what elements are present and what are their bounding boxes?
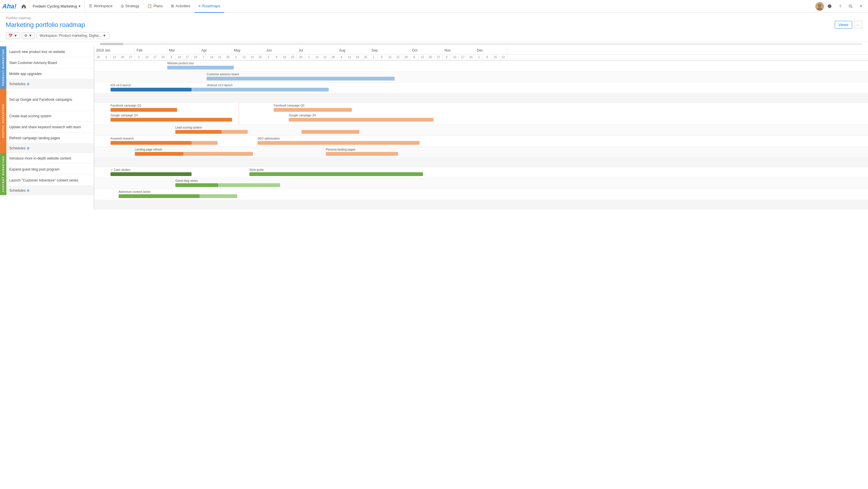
week-au11: 11 bbox=[345, 54, 353, 60]
bar-lead-label: Lead scoring system bbox=[175, 126, 202, 129]
bar-guest-dark[interactable] bbox=[175, 183, 218, 187]
scroll-thumb[interactable] bbox=[100, 43, 123, 45]
home-btn[interactable] bbox=[19, 0, 29, 13]
bar-style[interactable] bbox=[249, 172, 423, 176]
bar-seo[interactable] bbox=[257, 141, 420, 145]
week-a14: 14 bbox=[208, 54, 216, 60]
search-btn[interactable] bbox=[846, 2, 855, 11]
nav-item-workspace[interactable]: ☰ Workspace bbox=[85, 0, 117, 13]
bar-landing-light[interactable] bbox=[183, 152, 253, 156]
digital-tab[interactable]: DIGITAL MARKETING bbox=[0, 89, 6, 153]
week-d22: 22 bbox=[499, 54, 507, 60]
views-button[interactable]: Views bbox=[835, 21, 852, 29]
bar-website-tour[interactable] bbox=[167, 66, 234, 69]
bar-adventure-light[interactable] bbox=[199, 194, 237, 198]
bar-google-2h[interactable] bbox=[289, 118, 433, 122]
breadcrumb: Portfolio roadmap bbox=[6, 16, 862, 20]
header-actions: Views ··· bbox=[835, 21, 862, 29]
digital-schedules-plus-icon: ⊕ bbox=[27, 146, 30, 150]
product-tab[interactable]: PRODUCT MARKETING bbox=[0, 46, 6, 89]
week-f24: 24 bbox=[159, 54, 167, 60]
bar-cab-label: Customer advisory board bbox=[207, 73, 239, 76]
scroll-track[interactable] bbox=[100, 43, 862, 45]
workspace-selector[interactable]: Workspace: Product marketing, Digital...… bbox=[36, 32, 110, 39]
calendar-btn[interactable]: 📅 ▼ bbox=[6, 32, 20, 39]
bar-google-1h[interactable] bbox=[111, 118, 232, 122]
week-20: 20 bbox=[119, 54, 127, 60]
bar-landing-dark[interactable] bbox=[135, 152, 183, 156]
logo[interactable]: Aha! bbox=[2, 3, 17, 10]
month-dec: Dec bbox=[475, 46, 507, 54]
today-line-1 bbox=[239, 103, 239, 124]
gantt-digital-row-2: Keyword research SEO optimization bbox=[94, 136, 868, 147]
nav-item-activities[interactable]: ⊞ Activities bbox=[167, 0, 194, 13]
add-btn[interactable]: + bbox=[857, 2, 866, 11]
content-tab[interactable]: CONTENT MARKETING bbox=[0, 153, 6, 195]
content-schedules-plus-icon: ⊕ bbox=[27, 189, 30, 193]
avatar[interactable] bbox=[815, 2, 824, 11]
home-icon bbox=[22, 4, 26, 9]
content-rows: Introduce more in-depth website content … bbox=[6, 153, 94, 195]
month-oct: Oct bbox=[410, 46, 443, 54]
bar-fb-q3-label: Facebook campaign Q3 bbox=[274, 104, 304, 107]
bar-fb-q1[interactable] bbox=[111, 108, 177, 112]
month-jan: 2019 Jan bbox=[94, 46, 135, 54]
month-may: May bbox=[232, 46, 265, 54]
digital-row-1: Create lead scoring system bbox=[6, 111, 94, 122]
bar-landing-label: Landing page refresh bbox=[135, 148, 162, 151]
week-f3: 3 bbox=[135, 54, 143, 60]
nav-item-roadmaps[interactable]: ≡ Roadmaps bbox=[194, 0, 224, 13]
bar-lead-light[interactable] bbox=[222, 130, 248, 134]
product-name[interactable]: Fredwin Cycling Marketing ▼ bbox=[29, 0, 85, 13]
chevron-down-icon: ▼ bbox=[78, 5, 81, 8]
search-icon bbox=[848, 4, 852, 8]
bar-cab[interactable] bbox=[207, 77, 395, 81]
schedules-plus-icon: ⊕ bbox=[27, 82, 30, 86]
settings-btn[interactable] bbox=[825, 2, 834, 11]
month-nov: Nov bbox=[443, 46, 475, 54]
digital-section: DIGITAL MARKETING Set up Google and Face… bbox=[0, 89, 94, 153]
bar-android-label: Android v3.0 launch bbox=[207, 84, 232, 87]
bar-adventure-dark[interactable] bbox=[119, 194, 199, 198]
bar-lead-q3[interactable] bbox=[302, 130, 359, 134]
product-section: PRODUCT MARKETING Launch new product tou… bbox=[0, 46, 94, 89]
help-btn[interactable]: ? bbox=[836, 2, 845, 11]
bar-google-1h-label: Google campaign 1H bbox=[111, 114, 138, 117]
gantt-header: 2019 Jan Feb Mar Apr May Jun Jul Aug Sep… bbox=[94, 46, 868, 60]
week-s1: 1 bbox=[370, 54, 378, 60]
week-30: 30 bbox=[94, 54, 102, 60]
svg-point-0 bbox=[818, 4, 822, 7]
gantt-product-schedules bbox=[94, 93, 868, 103]
bar-kw-dark[interactable] bbox=[111, 141, 191, 145]
gantt-content-row-2: Adventure content series bbox=[94, 189, 868, 200]
bar-fb-q3[interactable] bbox=[274, 108, 352, 112]
bar-case[interactable] bbox=[111, 172, 191, 176]
content-row-0: Introduce more in-depth website content bbox=[6, 153, 94, 164]
week-o20: 20 bbox=[427, 54, 435, 60]
bar-android[interactable] bbox=[207, 88, 329, 91]
content-section: CONTENT MARKETING Introduce more in-dept… bbox=[0, 153, 94, 195]
nav-item-strategy[interactable]: ◎ Strategy bbox=[117, 0, 143, 13]
bar-ios[interactable] bbox=[111, 88, 191, 91]
product-row-0: Launch new product tour on website bbox=[6, 46, 94, 57]
bar-lead-dark[interactable] bbox=[175, 130, 222, 134]
week-o27: 27 bbox=[435, 54, 443, 60]
bar-kw-light[interactable] bbox=[191, 141, 218, 145]
bar-guest-light[interactable] bbox=[218, 183, 280, 187]
product-rows: Launch new product tour on website Start… bbox=[6, 46, 94, 89]
week-d15: 15 bbox=[491, 54, 499, 60]
content-schedules[interactable]: Schedules⊕ bbox=[6, 186, 94, 195]
bar-persona[interactable] bbox=[326, 152, 398, 156]
week-m10: 10 bbox=[175, 54, 183, 60]
nav-item-plans[interactable]: 📋 Plans bbox=[143, 0, 167, 13]
week-my19: 19 bbox=[248, 54, 256, 60]
digital-schedules[interactable]: Schedules⊕ bbox=[6, 144, 94, 153]
week-my26: 26 bbox=[256, 54, 265, 60]
workspace-icon: ☰ bbox=[89, 4, 92, 8]
week-s8: 8 bbox=[378, 54, 386, 60]
filter-btn[interactable]: ⚙ ▼ bbox=[22, 32, 35, 39]
more-actions-button[interactable]: ··· bbox=[854, 21, 862, 29]
week-m17: 17 bbox=[183, 54, 191, 60]
gantt-area: 2019 Jan Feb Mar Apr May Jun Jul Aug Sep… bbox=[94, 46, 868, 209]
product-schedules[interactable]: Schedules⊕ bbox=[6, 79, 94, 89]
